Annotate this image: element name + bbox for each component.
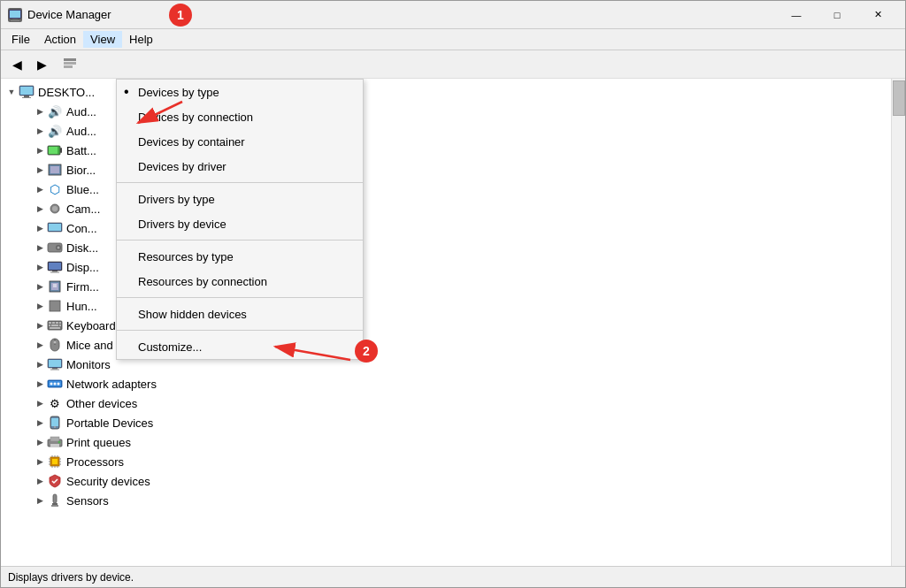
list-item[interactable]: ▶ xyxy=(1,452,891,471)
scrollbar[interactable] xyxy=(891,79,905,566)
menu-devices-by-type[interactable]: Devices by type xyxy=(117,80,363,104)
keyboard-icon xyxy=(47,318,63,332)
list-item[interactable]: ▶ Portable Devices xyxy=(1,413,891,432)
menu-resources-by-connection[interactable]: Resources by connection xyxy=(117,269,363,294)
expand-icon[interactable]: ▶ xyxy=(33,163,47,177)
expand-icon[interactable]: ▶ xyxy=(33,416,47,430)
svg-rect-26 xyxy=(50,272,59,273)
menu-show-hidden[interactable]: Show hidden devices xyxy=(117,302,363,326)
sensor-icon xyxy=(47,493,63,508)
expand-icon[interactable]: ▶ xyxy=(33,182,47,196)
root-expand[interactable]: ▼ xyxy=(4,85,19,99)
menu-customize[interactable]: Customize... xyxy=(117,334,363,359)
other-icon: ⚙ xyxy=(47,396,63,410)
scrollbar-thumb[interactable] xyxy=(893,80,905,116)
menu-devices-by-connection[interactable]: Devices by connection xyxy=(117,104,363,129)
svg-rect-57 xyxy=(50,437,59,441)
list-item[interactable]: ▶ ⚙ Other devices xyxy=(1,393,891,413)
svg-point-22 xyxy=(58,247,60,249)
svg-rect-45 xyxy=(49,360,61,367)
expand-icon[interactable]: ▶ xyxy=(33,124,47,138)
item-label: Batt... xyxy=(66,144,96,157)
svg-rect-75 xyxy=(52,503,58,505)
expand-icon[interactable]: ▶ xyxy=(33,143,47,157)
menu-bar: File Action View Help xyxy=(1,29,905,50)
expand-icon[interactable]: ▶ xyxy=(33,299,47,313)
menu-separator-1 xyxy=(117,182,363,183)
properties-button[interactable] xyxy=(58,53,82,76)
svg-rect-8 xyxy=(20,87,33,95)
svg-rect-15 xyxy=(50,166,59,173)
menu-action[interactable]: Action xyxy=(37,31,83,48)
disk-icon xyxy=(47,241,63,255)
list-item[interactable]: ▶ Sensors xyxy=(1,491,891,510)
menu-drivers-by-device[interactable]: Drivers by device xyxy=(117,211,363,236)
svg-rect-6 xyxy=(64,65,73,68)
maximize-button[interactable]: □ xyxy=(817,1,857,29)
expand-icon[interactable]: ▶ xyxy=(33,377,47,391)
list-item[interactable]: ▶ Network adapters xyxy=(1,374,891,393)
menu-separator-2 xyxy=(117,240,363,241)
svg-rect-76 xyxy=(51,505,58,507)
item-label: Blue... xyxy=(66,183,99,196)
svg-rect-10 xyxy=(22,97,31,98)
minimize-button[interactable]: — xyxy=(776,1,817,29)
menu-devices-by-driver[interactable]: Devices by driver xyxy=(117,154,363,179)
svg-rect-4 xyxy=(64,58,76,61)
svg-point-50 xyxy=(50,383,53,386)
portable-label: Portable Devices xyxy=(66,416,153,430)
expand-icon[interactable]: ▶ xyxy=(33,338,47,352)
main-content: ▼ DESKTO... ▶ 🔊 Aud... ▶ xyxy=(1,79,905,566)
item-label: Bior... xyxy=(66,164,96,177)
svg-point-59 xyxy=(58,441,61,444)
step-badge-2: 2 xyxy=(355,340,378,363)
menu-file[interactable]: File xyxy=(4,31,37,48)
expand-icon[interactable]: ▶ xyxy=(33,396,47,410)
expand-icon[interactable]: ▶ xyxy=(33,435,47,449)
back-button[interactable]: ◀ xyxy=(4,53,29,76)
audio2-icon: 🔊 xyxy=(47,124,63,138)
monitor-icon xyxy=(47,357,63,371)
print-label: Print queues xyxy=(66,436,131,449)
svg-rect-38 xyxy=(51,325,58,326)
svg-rect-39 xyxy=(59,325,61,326)
svg-rect-58 xyxy=(50,444,59,447)
item-label: Disp... xyxy=(66,261,99,274)
close-button[interactable]: ✕ xyxy=(857,1,898,29)
list-item[interactable]: ▶ Print queues xyxy=(1,432,891,452)
forward-button[interactable]: ▶ xyxy=(29,53,54,76)
svg-rect-34 xyxy=(52,322,55,324)
monitors-label: Monitors xyxy=(66,358,111,371)
title-bar: 1 Device Manager — □ ✕ xyxy=(1,1,905,29)
expand-icon[interactable]: ▶ xyxy=(33,260,47,274)
expand-icon[interactable]: ▶ xyxy=(33,454,47,469)
expand-icon[interactable]: ▶ xyxy=(33,202,47,216)
expand-icon[interactable]: ▶ xyxy=(33,241,47,255)
expand-icon[interactable]: ▶ xyxy=(33,104,47,118)
list-item[interactable]: ▶ Security devices xyxy=(1,471,891,491)
svg-rect-12 xyxy=(60,148,62,153)
window-title: Device Manager xyxy=(27,8,776,21)
expand-icon[interactable]: ▶ xyxy=(33,474,47,488)
svg-point-52 xyxy=(58,383,60,386)
svg-rect-35 xyxy=(56,322,58,324)
menu-drivers-by-type[interactable]: Drivers by type xyxy=(117,187,363,211)
mouse-icon xyxy=(47,338,63,352)
expand-icon[interactable]: ▶ xyxy=(33,221,47,235)
menu-help[interactable]: Help xyxy=(122,31,160,48)
expand-icon[interactable]: ▶ xyxy=(33,279,47,294)
display-icon xyxy=(47,260,63,274)
svg-point-51 xyxy=(54,383,57,386)
bluetooth-icon: ⬡ xyxy=(47,182,63,196)
menu-resources-by-type[interactable]: Resources by type xyxy=(117,244,363,269)
expand-icon[interactable]: ▶ xyxy=(33,493,47,508)
svg-rect-19 xyxy=(49,224,61,231)
svg-rect-25 xyxy=(52,271,58,272)
firmware-icon xyxy=(47,279,63,294)
menu-view[interactable]: View xyxy=(83,31,122,48)
expand-icon[interactable]: ▶ xyxy=(33,357,47,371)
expand-icon[interactable]: ▶ xyxy=(33,318,47,332)
print-icon xyxy=(47,435,63,449)
menu-devices-by-container[interactable]: Devices by container xyxy=(117,129,363,154)
svg-rect-40 xyxy=(50,327,60,329)
